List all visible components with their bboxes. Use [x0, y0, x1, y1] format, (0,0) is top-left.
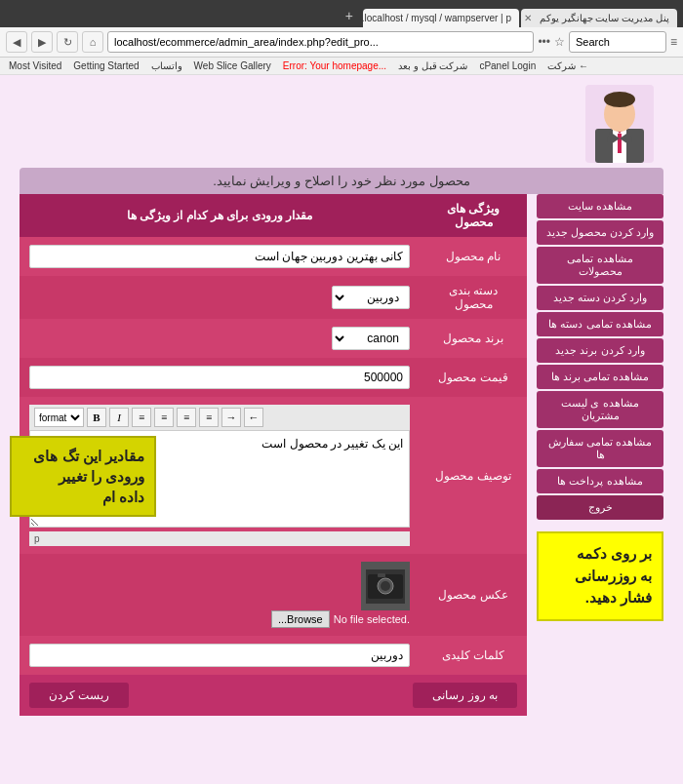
navigation-bar: ◀ ▶ ↻ ⌂ ••• ☆ ≡	[0, 27, 683, 58]
browse-button[interactable]: ...Browse	[271, 610, 330, 628]
table-row: قیمت محصول	[20, 358, 527, 397]
sidebar-btn-customers[interactable]: مشاهده ی لیست مشتریان	[537, 391, 663, 428]
sidebar: مشاهده سایت وارد کردن محصول جدید مشاهده …	[537, 194, 663, 716]
field-input-category[interactable]: دوربین	[20, 276, 420, 319]
file-input-area: ...Browse No file selected.	[271, 610, 410, 628]
bookmark-cpanel[interactable]: cPanel Login	[476, 59, 539, 72]
tab-2-label: localhost / mysql / wampserver | p...	[363, 13, 511, 23]
svg-point-6	[604, 92, 635, 107]
search-input[interactable]	[569, 31, 666, 53]
align-right-btn[interactable]: ≡	[177, 408, 196, 427]
field-input-name[interactable]	[20, 237, 420, 276]
forward-button[interactable]: ▶	[31, 31, 53, 53]
sidebar-btn-all-brands[interactable]: مشاهده تمامی برند ها	[537, 365, 663, 389]
bookmark-error[interactable]: Error: Your homepage...	[280, 59, 389, 72]
sidebar-btn-logout[interactable]: خروج	[537, 495, 663, 520]
bookmark-icon: ☆	[554, 35, 565, 49]
reset-button[interactable]: ریست کردن	[29, 683, 129, 708]
back-button[interactable]: ◀	[6, 31, 27, 53]
tab-1-label: پنل مدیریت سایت جهانگیر یوکم	[540, 13, 669, 23]
format-select[interactable]: format	[34, 408, 84, 427]
sidebar-btn-view-site[interactable]: مشاهده سایت	[537, 194, 663, 218]
submit-button[interactable]: به روز رسانی	[413, 683, 517, 708]
sidebar-btn-payments[interactable]: مشاهده پرداخت ها	[537, 469, 663, 493]
image-upload-area: ...Browse No file selected.	[29, 562, 410, 628]
sidebar-btn-orders[interactable]: مشاهده تمامی سفارش ها	[537, 430, 663, 467]
bookmark-whatsapp[interactable]: واتساب	[148, 59, 185, 72]
brand-select[interactable]: canon	[332, 327, 410, 350]
page-title: محصول مورد نظر خود را اصلاح و ویرایش نما…	[20, 168, 663, 194]
browser-chrome: پنل مدیریت سایت جهانگیر یوکم ✕ localhost…	[0, 0, 683, 27]
field-label-name: نام محصول	[420, 237, 527, 276]
product-name-input[interactable]	[29, 245, 410, 268]
home-button[interactable]: ⌂	[82, 31, 103, 53]
sidebar-btn-all-products[interactable]: مشاهده تمامی محصولات	[537, 247, 663, 284]
no-file-label: No file selected.	[334, 613, 410, 625]
submit-row: به روز رسانی ریست کردن	[20, 675, 527, 716]
annotation-left-text: مقادیر این تگ های ورودی را تغییر داده ام	[33, 448, 144, 505]
field-label-category: دسته بندی محصول	[420, 276, 527, 319]
category-select[interactable]: دوربین	[332, 286, 410, 309]
page-body: محصول مورد نظر خود را اصلاح و ویرایش نما…	[0, 75, 683, 784]
sidebar-btn-add-category[interactable]: وارد کردن دسته جدید	[537, 286, 663, 310]
field-label-brand: برند محصول	[420, 319, 527, 358]
svg-rect-4	[618, 134, 622, 153]
table-row: نام محصول	[20, 237, 527, 276]
bookmarks-bar: Most Visited Getting Started واتساب Web …	[0, 58, 683, 75]
table-row: دسته بندی محصول دوربین	[20, 276, 527, 319]
svg-point-12	[381, 581, 390, 591]
italic-btn[interactable]: I	[109, 408, 129, 427]
field-label-image: عکس محصول	[420, 554, 527, 636]
table-row: کلمات کلیدی	[20, 636, 527, 675]
price-input[interactable]	[29, 366, 410, 389]
bookmark-co[interactable]: شرکت ←	[544, 59, 591, 72]
table-header-label: ویژگی های محصول	[420, 194, 527, 237]
annotation-right-box: بر روی دکمه به روزرسانی فشار دهید.	[537, 531, 663, 621]
tab-2[interactable]: localhost / mysql / wampserver | p... ✕	[363, 9, 519, 27]
field-input-brand[interactable]: canon	[20, 319, 420, 358]
field-label-keywords: کلمات کلیدی	[420, 636, 527, 675]
editor-toolbar: format B I ≡ ≡ ≡ ≡ → ←	[29, 405, 410, 430]
indent-btn[interactable]: →	[221, 408, 241, 427]
field-label-price: قیمت محصول	[420, 358, 527, 397]
field-input-price[interactable]	[20, 358, 420, 397]
tab-bar: پنل مدیریت سایت جهانگیر یوکم ✕ localhost…	[6, 4, 677, 27]
align-center-btn[interactable]: ≡	[154, 408, 174, 427]
new-tab-btn[interactable]: +	[338, 4, 361, 27]
table-header-value: مقدار ورودی برای هر کدام از ویژگی ها	[20, 194, 420, 237]
outdent-btn[interactable]: ←	[244, 408, 263, 427]
field-input-image[interactable]: ...Browse No file selected.	[20, 554, 420, 636]
product-thumbnail	[361, 562, 410, 610]
avatar	[585, 85, 654, 163]
url-bar[interactable]	[107, 31, 534, 53]
field-label-description: توصیف محصول	[420, 397, 527, 554]
header-area	[10, 75, 673, 168]
menu-icon: ≡	[670, 35, 677, 49]
table-row: برند محصول canon	[20, 319, 527, 358]
keywords-input[interactable]	[29, 644, 410, 667]
tab-1[interactable]: پنل مدیریت سایت جهانگیر یوکم ✕	[521, 9, 677, 27]
editor-bottom-bar: p	[29, 531, 410, 546]
align-left-btn[interactable]: ≡	[132, 408, 151, 427]
bold-btn[interactable]: B	[87, 408, 106, 427]
annotation-left-box: مقادیر این تگ های ورودی را تغییر داده ام	[10, 436, 156, 517]
sidebar-btn-add-brand[interactable]: وارد کردن برند جدید	[537, 338, 663, 363]
justify-btn[interactable]: ≡	[199, 408, 219, 427]
refresh-button[interactable]: ↻	[57, 31, 78, 53]
more-options-icon: •••	[538, 35, 550, 49]
annotation-right-text: بر روی دکمه به روزرسانی فشار دهید.	[575, 545, 652, 606]
bookmark-getting-started[interactable]: Getting Started	[70, 59, 141, 72]
svg-rect-13	[378, 573, 385, 577]
bookmark-most-visited[interactable]: Most Visited	[6, 59, 64, 72]
form-table: ویژگی های محصول مقدار ورودی برای هر کدام…	[20, 194, 527, 675]
bookmark-company[interactable]: شرکت قبل و بعد	[395, 59, 470, 72]
sidebar-btn-all-categories[interactable]: مشاهده تمامی دسته ها	[537, 312, 663, 336]
table-row: عکس محصول	[20, 554, 527, 636]
field-input-keywords[interactable]	[20, 636, 420, 675]
sidebar-btn-add-product[interactable]: وارد کردن محصول جدید	[537, 220, 663, 245]
bookmark-web-slice[interactable]: Web Slice Gallery	[191, 59, 274, 72]
tab-1-close[interactable]: ✕	[524, 13, 532, 23]
